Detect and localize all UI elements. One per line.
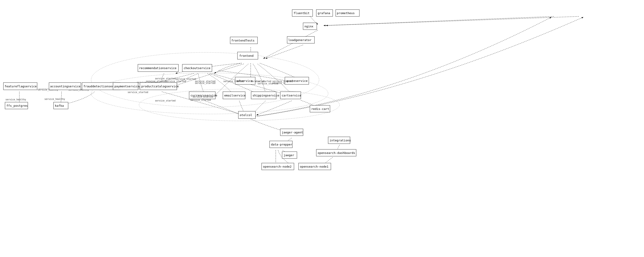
node-cartservice-label: cartservice — [282, 94, 301, 97]
dependency-diagram: service_started service_started service_… — [0, 0, 644, 257]
node-emailservice-label: emailservice — [224, 94, 246, 97]
node-nginx-label: nginx — [304, 25, 313, 28]
node-accountingservice-label: accountingservice — [50, 85, 80, 88]
node-jaeger-label: jaeger — [284, 153, 294, 157]
edge-label-service-started-currency: service_started — [190, 99, 211, 102]
node-loadgenerator-label: loadgenerator — [288, 38, 312, 42]
node-dataprepper-label: data-prepper — [271, 143, 292, 146]
edge-otelcol-prometheus — [258, 17, 584, 116]
node-rediscart-label: redis-cart — [311, 107, 329, 111]
edge-label-quoteservice-ss: service_started — [272, 80, 293, 83]
edge-loadgenerator-frontend — [266, 45, 303, 59]
edge-label-service-started-2: service_started — [155, 77, 176, 80]
edge-label-service-healthy-postgres: service_healthy — [6, 98, 26, 101]
edge-prometheus-nginx — [326, 17, 579, 26]
edge-label-currency-ss: service_started — [192, 96, 213, 98]
node-ffspostgres-label: ffs_postgres — [6, 104, 28, 107]
node-fluentbit-label: fluentbit — [294, 12, 310, 15]
edge-label-service-started-productcatalog: service_started — [155, 99, 176, 102]
edge-label-checkout-productcatalog-ss: service_started — [146, 80, 166, 83]
edge-nginx-frontend — [263, 30, 318, 59]
edge-cart-otelcol — [256, 101, 292, 115]
edge-grafana-nginx — [324, 17, 554, 26]
edge-label-checkout-email-ss: service_started — [223, 80, 244, 83]
node-frontendtests-label: frontendTests — [231, 39, 254, 42]
node-checkoutservice-label: checkoutservice — [184, 66, 210, 70]
node-prometheus-label: prometheus — [337, 12, 354, 15]
node-jaegeragent-label: jaeger-agent — [282, 131, 303, 134]
node-opensearchnode1-label: opensearch-node1 — [300, 165, 328, 168]
edge-label-service-started-payment: service_started — [128, 91, 148, 94]
node-recommendationservice-label: recommendationservice — [139, 66, 176, 70]
node-paymentservice-label: paymentservice — [114, 85, 140, 88]
edge-label-adservice-ss: service_started — [251, 80, 271, 83]
edge-otelcol-grafana — [255, 17, 552, 116]
node-productcatalogservice-label: productcatalogservice — [141, 85, 179, 88]
node-grafana-label: grafana — [318, 12, 330, 15]
node-kafka-label: kafka — [55, 104, 64, 107]
node-frontend-label: frontend — [239, 54, 254, 58]
node-integrations-label: integrations — [330, 139, 351, 142]
node-featureflagservice-label: featureflagservice — [4, 85, 37, 88]
edge-frontend-checkoutservice — [214, 63, 242, 73]
node-otelcol-label: otelcol — [240, 113, 252, 117]
node-opensearchdashboards-label: opensearch-dashboards — [318, 151, 355, 155]
edge-label-checkout-currency-ss: service_started — [195, 80, 215, 83]
diagram-canvas: service_started service_started service_… — [0, 0, 644, 257]
node-opensearchnode2-label: opensearch-node2 — [263, 165, 292, 168]
edge-label-service-healthy-kafka: service_healthy — [44, 98, 65, 101]
edge-label-checkout-payment-ss: service_started — [166, 80, 186, 83]
node-shippingservice-label: shippingservice — [252, 94, 280, 97]
